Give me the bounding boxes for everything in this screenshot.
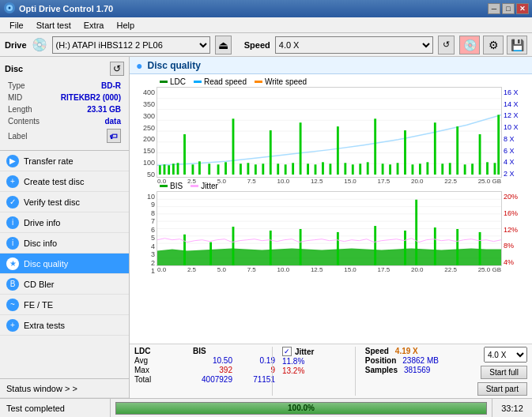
sidebar-item-disc-info[interactable]: i Disc info xyxy=(0,233,129,254)
svg-rect-42 xyxy=(389,164,391,175)
menu-start-test[interactable]: Start test xyxy=(30,19,77,32)
yl-4: 4 xyxy=(131,242,155,250)
svg-rect-48 xyxy=(434,122,436,175)
content-area: ● Disc quality 400 350 300 250 200 150 1… xyxy=(130,57,532,398)
extra-tests-label: Extra tests xyxy=(24,321,65,330)
sidebar-item-transfer-rate[interactable]: ▶ Transfer rate xyxy=(0,151,129,171)
verify-test-disc-label: Verify test disc xyxy=(24,197,80,207)
svg-rect-39 xyxy=(367,162,369,175)
maximize-button[interactable]: □ xyxy=(502,3,515,14)
yl-7: 7 xyxy=(131,217,155,225)
svg-rect-33 xyxy=(322,162,324,175)
close-button[interactable]: ✕ xyxy=(516,3,529,14)
verify-test-disc-icon: ✓ xyxy=(6,196,19,208)
nav-menu: ▶ Transfer rate + Create test disc ✓ Ver… xyxy=(0,151,129,336)
xl-22_5: 22.5 xyxy=(444,266,457,273)
save-icon-btn[interactable]: 💾 xyxy=(507,36,527,54)
drive-selector[interactable]: (H:) ATAPI iHBS112 2 PL06 xyxy=(52,36,210,54)
sidebar-item-drive-info[interactable]: i Drive info xyxy=(0,212,129,233)
refresh-button[interactable]: ↺ xyxy=(438,36,455,54)
create-test-disc-label: Create test disc xyxy=(24,177,84,186)
settings-icon-btn[interactable]: ⚙ xyxy=(483,36,504,54)
sidebar-item-create-test-disc[interactable]: + Create test disc xyxy=(0,171,129,192)
progress-text: 100.0% xyxy=(116,403,486,414)
sidebar-item-fe-te[interactable]: ~ FE / TE xyxy=(0,295,129,315)
status-window-item[interactable]: Status window > > xyxy=(0,379,129,398)
speed-value: 4.19 X xyxy=(395,347,418,355)
minimize-button[interactable]: ─ xyxy=(488,3,500,14)
y-label-150: 150 xyxy=(131,147,155,155)
title-icon xyxy=(3,2,16,16)
svg-rect-34 xyxy=(330,163,332,175)
eject-button[interactable]: ⏏ xyxy=(215,36,232,54)
y-label-50: 50 xyxy=(131,171,155,178)
xl-0: 0.0 xyxy=(157,266,166,273)
svg-rect-19 xyxy=(217,164,220,175)
bis-legend-color xyxy=(160,185,168,187)
yl-8: 8 xyxy=(131,209,155,217)
svg-rect-72 xyxy=(270,231,272,265)
sidebar-item-extra-tests[interactable]: + Extra tests xyxy=(0,315,129,336)
start-part-button[interactable]: Start part xyxy=(477,382,527,396)
position-value: 23862 MB xyxy=(402,356,439,365)
xl-25gb: 25.0 GB xyxy=(478,266,501,273)
sidebar-item-disc-quality[interactable]: ★ Disc quality xyxy=(0,254,129,274)
yl-10: 10 xyxy=(131,193,155,201)
yr2-4: 4% xyxy=(504,258,530,266)
svg-rect-53 xyxy=(471,163,474,175)
upper-chart-legend: LDC Read speed Write speed xyxy=(157,76,502,87)
y-label-100: 100 xyxy=(131,159,155,167)
svg-rect-22 xyxy=(240,163,242,175)
progress-container: 100.0% xyxy=(111,399,492,417)
svg-rect-26 xyxy=(270,130,272,175)
disc-refresh-button[interactable]: ↺ xyxy=(110,62,124,76)
xl-15: 15.0 xyxy=(344,266,357,273)
svg-rect-49 xyxy=(441,163,443,175)
yr2-20: 20% xyxy=(504,193,530,201)
window-controls: ─ □ ✕ xyxy=(488,3,529,14)
jitter-checkbox[interactable]: ✓ xyxy=(282,347,292,356)
transfer-rate-label: Transfer rate xyxy=(24,156,74,166)
menubar: File Start test Extra Help xyxy=(0,17,532,33)
svg-rect-51 xyxy=(456,126,458,175)
speed-selector[interactable]: 4.0 X xyxy=(275,36,433,54)
start-full-button[interactable]: Start full xyxy=(481,366,527,379)
svg-rect-36 xyxy=(344,163,346,175)
total-ldc-value: 4007929 xyxy=(193,375,232,384)
drive-info-label: Drive info xyxy=(24,218,60,227)
lower-chart-legend: BIS Jitter xyxy=(157,180,502,191)
menu-help[interactable]: Help xyxy=(110,19,141,32)
svg-rect-41 xyxy=(382,163,384,175)
ldc-legend-color xyxy=(160,81,168,83)
svg-rect-15 xyxy=(183,134,186,175)
read-speed-legend-label: Read speed xyxy=(204,77,247,86)
svg-rect-23 xyxy=(247,163,249,175)
cd-bler-label: CD Bler xyxy=(24,280,55,289)
svg-rect-77 xyxy=(415,200,417,265)
disc-icon-btn[interactable]: 💿 xyxy=(459,36,480,54)
yl-3: 3 xyxy=(131,250,155,258)
max-label: Max xyxy=(134,366,174,374)
read-speed-legend-color xyxy=(194,81,202,83)
disc-panel: Disc ↺ Type BD-R MID RITEKBR2 (000) Leng… xyxy=(0,57,129,151)
svg-rect-17 xyxy=(198,161,201,175)
svg-rect-79 xyxy=(456,229,458,265)
speed-dropdown[interactable]: 4.0 X xyxy=(484,347,527,363)
svg-rect-80 xyxy=(479,232,481,265)
sidebar-item-verify-test-disc[interactable]: ✓ Verify test disc xyxy=(0,192,129,212)
yr2-12: 12% xyxy=(504,226,530,234)
avg-label: Avg xyxy=(134,356,174,365)
sidebar-item-cd-bler[interactable]: B CD Bler xyxy=(0,274,129,295)
svg-rect-32 xyxy=(315,164,317,175)
menu-file[interactable]: File xyxy=(3,19,30,32)
svg-point-2 xyxy=(9,7,11,9)
main-layout: Disc ↺ Type BD-R MID RITEKBR2 (000) Leng… xyxy=(0,57,532,398)
sidebar-status: Status window > > xyxy=(0,378,129,398)
svg-rect-57 xyxy=(497,115,500,175)
svg-rect-54 xyxy=(479,134,481,175)
label-button[interactable]: 🏷 xyxy=(107,129,121,143)
svg-rect-35 xyxy=(337,126,339,175)
menu-extra[interactable]: Extra xyxy=(77,19,111,32)
svg-rect-43 xyxy=(397,163,399,175)
disc-quality-label: Disc quality xyxy=(24,259,68,269)
